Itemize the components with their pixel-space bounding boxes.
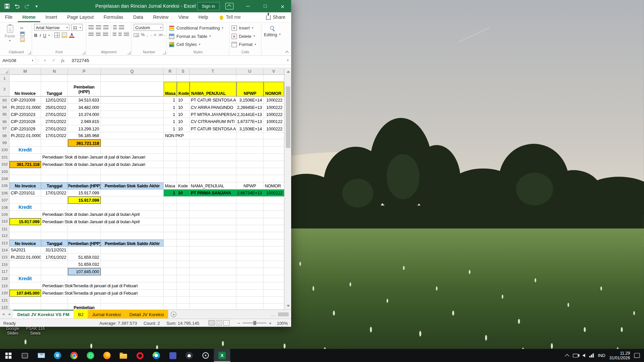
cell-Q112[interactable]	[101, 232, 164, 239]
row-header-104[interactable]: 104	[0, 175, 9, 182]
new-sheet-button[interactable]: +	[168, 310, 179, 318]
cell-S101[interactable]	[177, 154, 190, 161]
cell-N103[interactable]	[41, 168, 68, 175]
cell-Q104[interactable]	[101, 175, 164, 182]
cell-V117[interactable]	[264, 268, 284, 275]
decrease-decimal-button[interactable]: .00→	[158, 33, 166, 37]
cell-N116[interactable]	[41, 261, 68, 268]
cell-U93[interactable]: 3,1506E+14	[236, 97, 264, 104]
cell-R95[interactable]: 1	[164, 111, 177, 118]
tab-scroll-left-icon[interactable]: ◀	[0, 310, 7, 318]
cell-P106[interactable]: 15.917.099	[68, 189, 101, 196]
vertical-scrollbar-thumb[interactable]	[285, 86, 290, 148]
cell-S103[interactable]	[177, 168, 190, 175]
cell-V106[interactable]: 1000222	[264, 189, 284, 196]
firefox-app-button[interactable]	[99, 349, 115, 362]
cell-V2[interactable]: NOMOR	[264, 82, 284, 97]
clipboard-dialog-launcher-icon[interactable]	[28, 51, 31, 54]
ribbon-tab-insert[interactable]: Insert	[41, 12, 62, 22]
cell-Q118[interactable]	[101, 275, 164, 282]
cell-S111[interactable]	[177, 225, 190, 232]
mail-app-button[interactable]	[33, 349, 49, 362]
collapse-ribbon-icon[interactable]	[285, 51, 289, 54]
cell-P94[interactable]: 34.482.000	[68, 104, 101, 111]
language-indicator[interactable]: IND	[598, 353, 605, 358]
bold-button[interactable]: B	[34, 33, 38, 38]
vertical-scrollbar[interactable]	[284, 68, 291, 310]
alignment-dialog-launcher-icon[interactable]	[127, 51, 130, 54]
cell-N105[interactable]: Tanggal	[41, 182, 68, 189]
cell-N1[interactable]	[41, 75, 68, 82]
cell-M96[interactable]: CIP-2201028	[9, 118, 41, 125]
cell-N100[interactable]	[41, 146, 68, 154]
paste-button[interactable]: Paste ▾	[3, 24, 17, 42]
cell-M106[interactable]: CIP-2201011	[9, 189, 41, 196]
cell-U97[interactable]: 3,1506E+14	[236, 125, 264, 132]
cell-V111[interactable]	[264, 225, 284, 232]
format-as-table-button[interactable]: Format as Table ▾	[169, 32, 227, 41]
cell-V108[interactable]	[264, 204, 284, 211]
cell-R114[interactable]	[164, 247, 177, 254]
row-header-93[interactable]: 93	[0, 97, 9, 104]
cell-P112[interactable]	[68, 232, 101, 239]
formula-value[interactable]: 3722745	[67, 58, 89, 63]
number-format-combo[interactable]: Custom ▾	[133, 24, 163, 31]
cell-M103[interactable]	[9, 168, 41, 175]
row-header-102[interactable]: 102	[0, 161, 9, 168]
cell-M100[interactable]: Kredit	[9, 146, 41, 154]
editing-button[interactable]: Editing ▾	[264, 32, 281, 37]
cell-N94[interactable]: 25/01/2022	[41, 104, 68, 111]
cell-R113[interactable]	[164, 240, 177, 247]
cell-M93[interactable]: CIP-2201009	[9, 97, 41, 104]
cell-U122[interactable]	[236, 304, 264, 309]
cell-S102[interactable]	[177, 161, 190, 168]
cell-N112[interactable]	[41, 232, 68, 239]
cell-T106[interactable]: PT PRIMA SANJAYA	[190, 189, 236, 196]
sheet-tab-detail-jv-koreksi-vs-fm[interactable]: Detail JV Koreksi VS FM	[13, 310, 74, 318]
cell-Q100[interactable]	[101, 146, 164, 154]
cell-Q103[interactable]	[101, 168, 164, 175]
page-layout-view-icon[interactable]	[216, 320, 222, 325]
row-header-105[interactable]: 105	[0, 182, 9, 189]
cell-S121[interactable]	[177, 297, 190, 304]
number-dialog-launcher-icon[interactable]	[163, 51, 166, 54]
cell-N102[interactable]: Persediaan Stok di bulan Januari di jual…	[41, 161, 164, 168]
row-header-109[interactable]: 109	[0, 211, 9, 218]
cell-T118[interactable]	[190, 275, 236, 282]
cell-N121[interactable]	[41, 297, 68, 304]
cell-N111[interactable]	[41, 225, 68, 232]
cell-V102[interactable]	[264, 161, 284, 168]
cell-R99[interactable]	[164, 139, 177, 146]
cell-Q116[interactable]	[101, 261, 164, 268]
row-header-107[interactable]: 107	[0, 197, 9, 204]
cell-N104[interactable]	[41, 175, 68, 182]
cell-U114[interactable]	[236, 247, 264, 254]
align-center-button[interactable]	[96, 32, 101, 36]
cell-P100[interactable]	[68, 146, 101, 154]
taskbar-clock[interactable]: 11.29 31/01/2026	[609, 351, 630, 360]
cell-Q115[interactable]	[101, 254, 164, 261]
cell-S97[interactable]: 10	[177, 125, 190, 132]
cell-P98[interactable]: 56.185.968	[68, 132, 101, 139]
row-header-96[interactable]: 96	[0, 118, 9, 125]
percent-style-button[interactable]: %	[141, 33, 145, 37]
cell-P93[interactable]: 34.510.633	[68, 97, 101, 104]
row-header-101[interactable]: 101	[0, 154, 9, 161]
cell-P105[interactable]: Pembelian (HPP)	[68, 182, 101, 189]
cell-Q107[interactable]	[101, 197, 164, 204]
format-cells-button[interactable]: Format ▾	[231, 40, 259, 49]
cell-V1[interactable]	[264, 75, 284, 82]
cell-N117[interactable]	[41, 268, 68, 275]
cell-styles-button[interactable]: Cell Styles ▾	[169, 40, 227, 49]
cell-T101[interactable]	[190, 154, 236, 161]
font-size-combo[interactable]: 11 ▾	[71, 24, 83, 31]
cell-M119[interactable]	[9, 282, 41, 289]
cell-S95[interactable]: 10	[177, 111, 190, 118]
cell-S1[interactable]	[177, 75, 190, 82]
cell-M102[interactable]: 361.721.118	[9, 161, 41, 168]
cell-R101[interactable]	[164, 154, 177, 161]
cell-N97[interactable]: 27/01/2022	[41, 125, 68, 132]
insert-function-icon[interactable]: fx	[58, 58, 67, 63]
cell-V100[interactable]	[264, 146, 284, 154]
row-header-94[interactable]: 94	[0, 104, 9, 111]
